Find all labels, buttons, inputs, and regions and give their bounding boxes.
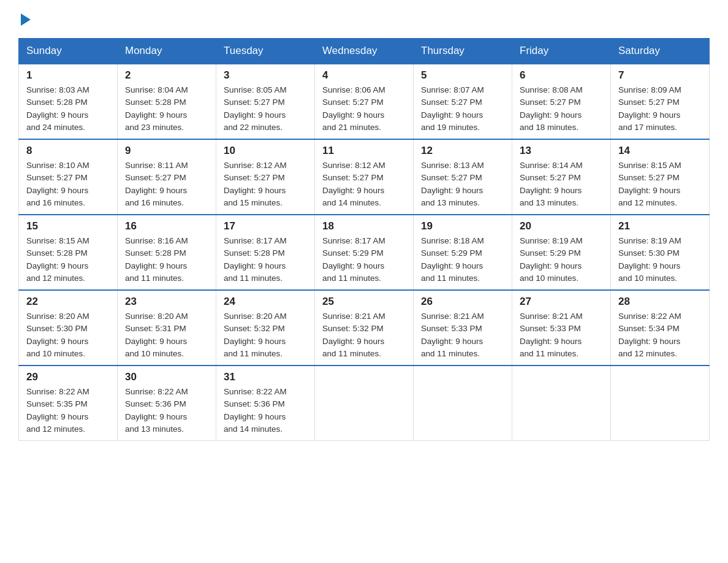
calendar-day-cell: 8 Sunrise: 8:10 AM Sunset: 5:27 PM Dayli… <box>19 139 118 215</box>
day-number: 15 <box>26 220 110 232</box>
day-info: Sunrise: 8:10 AM Sunset: 5:27 PM Dayligh… <box>26 161 89 207</box>
weekday-header-wednesday: Wednesday <box>315 39 414 64</box>
day-number: 16 <box>125 220 208 232</box>
day-info: Sunrise: 8:21 AM Sunset: 5:32 PM Dayligh… <box>322 312 385 358</box>
weekday-header-sunday: Sunday <box>19 39 118 64</box>
calendar-header-row: SundayMondayTuesdayWednesdayThursdayFrid… <box>19 39 710 64</box>
calendar-day-cell: 30 Sunrise: 8:22 AM Sunset: 5:36 PM Dayl… <box>118 366 216 441</box>
calendar-day-cell: 28 Sunrise: 8:22 AM Sunset: 5:34 PM Dayl… <box>611 290 710 366</box>
day-number: 20 <box>520 220 603 232</box>
day-info: Sunrise: 8:12 AM Sunset: 5:27 PM Dayligh… <box>322 161 385 207</box>
day-info: Sunrise: 8:08 AM Sunset: 5:27 PM Dayligh… <box>520 85 583 132</box>
day-info: Sunrise: 8:03 AM Sunset: 5:28 PM Dayligh… <box>26 85 89 132</box>
day-number: 28 <box>618 296 702 308</box>
day-number: 6 <box>520 69 603 82</box>
day-number: 11 <box>322 145 406 157</box>
calendar-day-cell: 21 Sunrise: 8:19 AM Sunset: 5:30 PM Dayl… <box>611 215 710 290</box>
day-info: Sunrise: 8:05 AM Sunset: 5:27 PM Dayligh… <box>224 85 287 132</box>
weekday-header-saturday: Saturday <box>611 39 710 64</box>
day-info: Sunrise: 8:14 AM Sunset: 5:27 PM Dayligh… <box>520 161 583 207</box>
day-number: 27 <box>520 296 603 308</box>
day-number: 2 <box>125 69 208 82</box>
day-number: 21 <box>618 220 702 232</box>
calendar-day-cell: 29 Sunrise: 8:22 AM Sunset: 5:35 PM Dayl… <box>19 366 118 441</box>
day-number: 19 <box>421 220 504 232</box>
day-info: Sunrise: 8:11 AM Sunset: 5:27 PM Dayligh… <box>125 161 188 207</box>
day-info: Sunrise: 8:12 AM Sunset: 5:27 PM Dayligh… <box>224 161 287 207</box>
calendar-day-cell: 17 Sunrise: 8:17 AM Sunset: 5:28 PM Dayl… <box>216 215 315 290</box>
calendar-day-cell: 15 Sunrise: 8:15 AM Sunset: 5:28 PM Dayl… <box>19 215 118 290</box>
weekday-header-tuesday: Tuesday <box>216 39 315 64</box>
calendar-day-cell: 19 Sunrise: 8:18 AM Sunset: 5:29 PM Dayl… <box>414 215 512 290</box>
day-info: Sunrise: 8:19 AM Sunset: 5:29 PM Dayligh… <box>520 236 583 283</box>
day-info: Sunrise: 8:20 AM Sunset: 5:32 PM Dayligh… <box>224 312 287 358</box>
day-number: 18 <box>322 220 406 232</box>
calendar-week-2: 8 Sunrise: 8:10 AM Sunset: 5:27 PM Dayli… <box>19 139 710 215</box>
day-info: Sunrise: 8:22 AM Sunset: 5:35 PM Dayligh… <box>26 387 89 434</box>
day-number: 25 <box>322 296 406 308</box>
day-info: Sunrise: 8:13 AM Sunset: 5:27 PM Dayligh… <box>421 161 484 207</box>
day-info: Sunrise: 8:22 AM Sunset: 5:34 PM Dayligh… <box>618 312 681 358</box>
calendar-day-cell <box>512 366 611 441</box>
calendar-day-cell: 1 Sunrise: 8:03 AM Sunset: 5:28 PM Dayli… <box>19 64 118 139</box>
calendar-day-cell: 13 Sunrise: 8:14 AM Sunset: 5:27 PM Dayl… <box>512 139 611 215</box>
calendar-day-cell <box>611 366 710 441</box>
calendar-day-cell: 20 Sunrise: 8:19 AM Sunset: 5:29 PM Dayl… <box>512 215 611 290</box>
calendar-day-cell: 5 Sunrise: 8:07 AM Sunset: 5:27 PM Dayli… <box>414 64 512 139</box>
day-number: 13 <box>520 145 603 157</box>
calendar-day-cell: 6 Sunrise: 8:08 AM Sunset: 5:27 PM Dayli… <box>512 64 611 139</box>
day-number: 30 <box>125 371 208 383</box>
calendar-week-4: 22 Sunrise: 8:20 AM Sunset: 5:30 PM Dayl… <box>19 290 710 366</box>
calendar-week-5: 29 Sunrise: 8:22 AM Sunset: 5:35 PM Dayl… <box>19 366 710 441</box>
day-number: 9 <box>125 145 208 157</box>
weekday-header-thursday: Thursday <box>414 39 512 64</box>
day-info: Sunrise: 8:07 AM Sunset: 5:27 PM Dayligh… <box>421 85 484 132</box>
day-info: Sunrise: 8:18 AM Sunset: 5:29 PM Dayligh… <box>421 236 484 283</box>
day-number: 4 <box>322 69 406 82</box>
day-number: 24 <box>224 296 307 308</box>
day-info: Sunrise: 8:21 AM Sunset: 5:33 PM Dayligh… <box>421 312 484 358</box>
day-info: Sunrise: 8:20 AM Sunset: 5:31 PM Dayligh… <box>125 312 188 358</box>
calendar-day-cell: 11 Sunrise: 8:12 AM Sunset: 5:27 PM Dayl… <box>315 139 414 215</box>
day-number: 3 <box>224 69 307 82</box>
calendar-day-cell <box>414 366 512 441</box>
calendar-day-cell: 3 Sunrise: 8:05 AM Sunset: 5:27 PM Dayli… <box>216 64 315 139</box>
calendar-day-cell: 27 Sunrise: 8:21 AM Sunset: 5:33 PM Dayl… <box>512 290 611 366</box>
calendar-day-cell: 26 Sunrise: 8:21 AM Sunset: 5:33 PM Dayl… <box>414 290 512 366</box>
day-info: Sunrise: 8:21 AM Sunset: 5:33 PM Dayligh… <box>520 312 583 358</box>
calendar-table: SundayMondayTuesdayWednesdayThursdayFrid… <box>18 38 710 441</box>
day-number: 14 <box>618 145 702 157</box>
day-number: 10 <box>224 145 307 157</box>
day-number: 26 <box>421 296 504 308</box>
day-number: 7 <box>618 69 702 82</box>
day-number: 12 <box>421 145 504 157</box>
day-number: 1 <box>26 69 110 82</box>
day-number: 23 <box>125 296 208 308</box>
logo <box>18 12 31 26</box>
calendar-week-3: 15 Sunrise: 8:15 AM Sunset: 5:28 PM Dayl… <box>19 215 710 290</box>
day-info: Sunrise: 8:17 AM Sunset: 5:28 PM Dayligh… <box>224 236 287 283</box>
day-info: Sunrise: 8:22 AM Sunset: 5:36 PM Dayligh… <box>224 387 287 434</box>
calendar-day-cell: 12 Sunrise: 8:13 AM Sunset: 5:27 PM Dayl… <box>414 139 512 215</box>
day-number: 22 <box>26 296 110 308</box>
calendar-day-cell: 22 Sunrise: 8:20 AM Sunset: 5:30 PM Dayl… <box>19 290 118 366</box>
day-number: 29 <box>26 371 110 383</box>
day-info: Sunrise: 8:15 AM Sunset: 5:28 PM Dayligh… <box>26 236 89 283</box>
calendar-day-cell: 2 Sunrise: 8:04 AM Sunset: 5:28 PM Dayli… <box>118 64 216 139</box>
page-header <box>18 12 710 26</box>
weekday-header-monday: Monday <box>118 39 216 64</box>
day-number: 8 <box>26 145 110 157</box>
day-info: Sunrise: 8:04 AM Sunset: 5:28 PM Dayligh… <box>125 85 188 132</box>
calendar-day-cell: 24 Sunrise: 8:20 AM Sunset: 5:32 PM Dayl… <box>216 290 315 366</box>
day-info: Sunrise: 8:19 AM Sunset: 5:30 PM Dayligh… <box>618 236 681 283</box>
calendar-day-cell: 9 Sunrise: 8:11 AM Sunset: 5:27 PM Dayli… <box>118 139 216 215</box>
calendar-day-cell: 18 Sunrise: 8:17 AM Sunset: 5:29 PM Dayl… <box>315 215 414 290</box>
day-number: 5 <box>421 69 504 82</box>
logo-arrow-icon <box>21 13 31 26</box>
calendar-day-cell: 10 Sunrise: 8:12 AM Sunset: 5:27 PM Dayl… <box>216 139 315 215</box>
day-info: Sunrise: 8:17 AM Sunset: 5:29 PM Dayligh… <box>322 236 385 283</box>
day-info: Sunrise: 8:20 AM Sunset: 5:30 PM Dayligh… <box>26 312 89 358</box>
calendar-day-cell: 16 Sunrise: 8:16 AM Sunset: 5:28 PM Dayl… <box>118 215 216 290</box>
weekday-header-friday: Friday <box>512 39 611 64</box>
day-number: 31 <box>224 371 307 383</box>
